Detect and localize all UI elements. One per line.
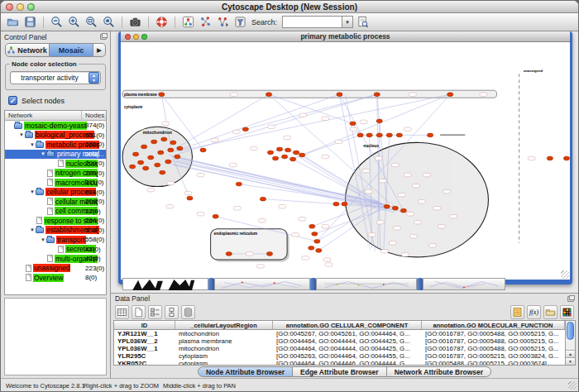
network-node (236, 182, 242, 186)
zoom-fit-icon[interactable] (101, 14, 117, 30)
background-network-preview[interactable] (214, 278, 310, 290)
resize-grip[interactable] (561, 270, 569, 279)
scroll-up-icon[interactable]: ▲ (566, 350, 575, 357)
disclosure-triangle-icon[interactable]: ▼ (29, 189, 36, 194)
float-panel-icon[interactable] (567, 296, 574, 302)
table-row[interactable]: YPL036W__2plasma membrane[GO:0044464, GO… (114, 337, 565, 345)
open-folder-icon[interactable] (543, 305, 557, 319)
window-edge[interactable] (208, 278, 214, 290)
node-count: 280(0) (85, 141, 104, 148)
net-pair2-icon[interactable] (215, 14, 231, 30)
formula-fx-icon[interactable]: f(x) (527, 305, 541, 319)
network-window-titlebar[interactable]: primary metabolic process (121, 31, 570, 42)
mosaic-logo-window[interactable] (122, 278, 208, 290)
disclosure-triangle-icon[interactable]: ▼ (29, 142, 36, 147)
attr-pair-icon[interactable] (165, 305, 179, 319)
tab-network-attribute-browser[interactable]: Network Attribute Browser (387, 366, 491, 377)
close-button[interactable] (6, 3, 13, 11)
network-close-button[interactable] (125, 34, 131, 40)
combobox-stepper-icon[interactable]: ▲▼ (89, 72, 99, 84)
minimize-button[interactable] (17, 3, 24, 11)
cell-cellular-component: [GO:0045267, GO:0045261, GO:0044464, G..… (273, 330, 422, 337)
tree-row-transport[interactable]: ▼transport558(0) (5, 235, 106, 245)
network-node (366, 133, 372, 137)
node-color-combobox[interactable]: transporter activity ▲▼ (10, 71, 101, 84)
table-row[interactable]: YKR052Ccytoplasm[GO:0044464, GO:0044446,… (114, 360, 565, 365)
background-network-preview[interactable] (316, 278, 417, 290)
tree-row-nucleobase[interactable]: nucleobase-209(0) (5, 159, 106, 169)
save-icon[interactable] (22, 14, 38, 30)
lifebuoy-icon[interactable] (154, 14, 170, 30)
network-node (337, 93, 342, 97)
tree-row-biological-process[interactable]: ▼biological_process651(0) (5, 131, 106, 141)
zoom-out-icon[interactable] (49, 14, 65, 30)
tree-row-cellular-process[interactable]: ▼cellular process614(0) (5, 188, 106, 198)
heatmap-icon[interactable] (560, 305, 574, 319)
node-label-pill (350, 127, 357, 131)
window-resize-grip[interactable] (568, 381, 577, 390)
network-minimize-button[interactable] (133, 34, 139, 40)
table-row[interactable]: YJR121W__1mitochondrion[GO:0045267, GO:0… (114, 330, 565, 337)
tab-edge-attribute-browser[interactable]: Edge Attribute Browser (293, 366, 387, 377)
tree-row-unassigned[interactable]: unassigned223(0) (5, 264, 106, 274)
zoom-region-icon[interactable] (84, 14, 99, 30)
table-row[interactable]: YPL036W__1mitochondrion[GO:0044464, GO:0… (114, 345, 565, 352)
network-node (226, 251, 232, 256)
tree-row-metabolic-process[interactable]: ▼metabolic process280(0) (5, 140, 106, 150)
tree-row-nitrogen-compo[interactable]: nitrogen compo209(0) (5, 169, 106, 179)
import-table-icon[interactable] (510, 305, 524, 319)
network-canvas[interactable]: plasma membranecytoplasmmitochondrionnuc… (121, 42, 570, 280)
select-attributes-icon[interactable] (148, 305, 162, 319)
search-dropdown-arrow[interactable]: ▼ (342, 16, 353, 28)
float-panel-icon[interactable] (100, 34, 107, 40)
column-go-molecular-function[interactable]: annotation.GO MOLECULAR_FUNCTION (422, 321, 565, 329)
disclosure-triangle-icon[interactable]: ▼ (29, 227, 36, 232)
net-pair1-icon[interactable] (198, 14, 213, 30)
filter-box-icon[interactable] (232, 14, 248, 30)
tree-row-cellular-metabo[interactable]: cellular metabo209(0) (5, 197, 106, 207)
tree-row-secretion[interactable]: secretion41(0) (5, 245, 106, 255)
search-input[interactable] (282, 16, 342, 28)
net-grid-icon[interactable] (180, 14, 196, 30)
delete-attribute-icon[interactable] (181, 305, 195, 319)
scrollbar-thumb[interactable] (567, 322, 574, 340)
column-cellular-layout-region[interactable]: _cellularLayoutRegion (175, 321, 273, 329)
disclosure-triangle-icon[interactable]: ▼ (40, 237, 46, 242)
select-nodes-checkbox[interactable]: ✓ (8, 96, 17, 105)
zoom-button[interactable] (27, 3, 35, 11)
disclosure-triangle-icon[interactable]: ▼ (40, 151, 46, 156)
tab-node-attribute-browser[interactable]: Node Attribute Browser (198, 366, 293, 377)
window-edge[interactable] (310, 278, 316, 290)
zoom-in-icon[interactable] (66, 14, 82, 30)
window-controls (6, 3, 35, 11)
scroll-down-icon[interactable]: ▼ (566, 357, 575, 365)
table-scrollbar[interactable]: ▲ ▼ (565, 321, 575, 365)
new-attribute-icon[interactable] (132, 305, 146, 319)
tab-overflow-arrow[interactable]: ▶ (93, 43, 106, 57)
network-view-window[interactable]: primary metabolic process plasma membran… (118, 31, 572, 284)
background-network-preview[interactable] (423, 278, 505, 290)
tree-row-mosaic-demo-yeast[interactable]: mosaic-demo-yeast874(0) (5, 121, 106, 131)
tree-row-establishment-of-lo[interactable]: ▼establishment of lo558(0) (5, 226, 106, 236)
column-go-cellular-component[interactable]: annotation.GO CELLULAR_COMPONENT (273, 321, 422, 329)
tab-mosaic[interactable]: Mosaic (50, 43, 93, 57)
disclosure-triangle-icon[interactable]: ▼ (18, 132, 25, 137)
network-node (376, 133, 382, 137)
tree-row-overview[interactable]: Overview8(0) (5, 273, 106, 283)
camera-icon[interactable] (127, 14, 143, 30)
search-doc-icon[interactable] (355, 14, 371, 30)
column-id[interactable]: ID (114, 321, 175, 329)
tree-row-multi-organism-pro[interactable]: multi-organism pro42(0) (5, 254, 106, 264)
tree-row-response-to-stimulu[interactable]: response to stimulu264(0) (5, 216, 106, 226)
network-zoom-button[interactable] (141, 34, 147, 40)
node-label-pill (322, 155, 329, 158)
tree-row-cell-communicat[interactable]: cell communicat22(0) (5, 207, 106, 217)
tab-network[interactable]: Network (5, 43, 50, 57)
window-edge[interactable] (417, 278, 423, 290)
attr-table-icon[interactable] (115, 305, 129, 319)
open-folder-icon[interactable] (5, 14, 21, 30)
table-row[interactable]: YLR295Ccytoplasm[GO:0045263, GO:0044464,… (114, 352, 565, 360)
tree-row-primary-metabo[interactable]: ▼primary metabo209(... (5, 150, 106, 160)
window-titlebar[interactable]: Cytoscape Desktop (New Session) (1, 1, 578, 13)
tree-row-macromolecule[interactable]: macromolecule311(0) (5, 178, 106, 188)
